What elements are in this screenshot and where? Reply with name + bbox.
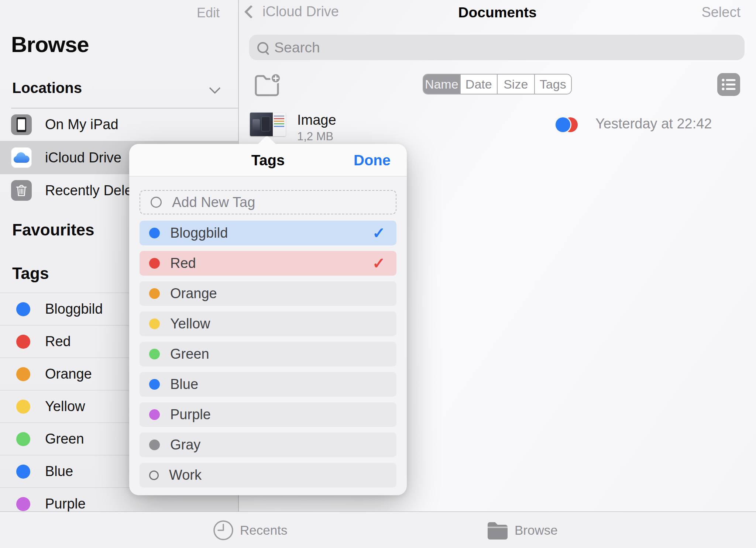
tag-label: Green: [45, 431, 84, 447]
tag-label: Yellow: [170, 316, 210, 332]
tag-label: Orange: [45, 366, 92, 382]
popover-tag-work[interactable]: Work: [140, 463, 396, 487]
tag-label: Gray: [170, 437, 200, 453]
tag-label: Purple: [170, 407, 211, 423]
checkmark-icon: ✓: [372, 254, 385, 272]
search-input[interactable]: [274, 39, 717, 56]
tag-label: Bloggbild: [170, 225, 228, 241]
tab-label: Recents: [240, 523, 287, 538]
file-row-image[interactable]: Image 1,2 MB Yesterday at 22:42: [239, 109, 756, 142]
tag-label: Blue: [45, 463, 73, 479]
tag-color-dot: [16, 465, 30, 479]
tags-section-header[interactable]: Tags: [12, 264, 49, 283]
locations-section-header[interactable]: Locations: [12, 80, 82, 96]
sort-by-size-button[interactable]: Size: [497, 75, 534, 94]
tab-recents[interactable]: Recents: [213, 512, 287, 548]
popover-tag-purple[interactable]: Purple: [140, 402, 396, 427]
tag-label: Orange: [170, 286, 217, 301]
tag-color-dot: [149, 318, 160, 329]
tags-popover: Tags Done Add New Tag Bloggbild ✓ Red ✓ …: [129, 144, 407, 495]
popover-tag-bloggbild[interactable]: Bloggbild ✓: [140, 221, 396, 245]
ipad-icon: [11, 114, 32, 135]
empty-circle-icon: [151, 197, 162, 208]
select-button[interactable]: Select: [701, 4, 740, 20]
popover-tag-red[interactable]: Red ✓: [140, 251, 396, 276]
empty-circle-icon: [149, 471, 159, 480]
file-name: Image: [297, 112, 336, 128]
icloud-icon: [11, 147, 32, 168]
search-icon: [257, 42, 268, 53]
tag-color-dot: [149, 379, 160, 390]
sort-by-date-button[interactable]: Date: [460, 75, 497, 94]
tag-label: Work: [169, 467, 202, 483]
popover-tag-gray[interactable]: Gray: [140, 432, 396, 457]
tag-color-dot: [16, 497, 30, 511]
checkmark-icon: ✓: [372, 224, 385, 242]
toolbar: Name Date Size Tags: [239, 70, 756, 100]
files-app-window: Edit Browse Locations On My iPad iC: [0, 0, 756, 548]
tag-color-dot: [16, 302, 30, 316]
popover-header: Tags Done: [129, 144, 407, 176]
sidebar-item-label: On My iPad: [45, 117, 118, 132]
done-button[interactable]: Done: [354, 152, 391, 169]
chevron-down-icon[interactable]: [209, 82, 220, 94]
navigation-bar: iCloud Drive Documents Select: [239, 0, 756, 24]
tag-label: Purple: [45, 496, 86, 512]
sort-segmented-control: Name Date Size Tags: [423, 74, 572, 94]
new-folder-button[interactable]: [254, 73, 283, 97]
bottom-tab-bar: Recents Browse: [0, 511, 756, 548]
file-size: 1,2 MB: [297, 130, 333, 143]
tag-label: Red: [45, 334, 71, 349]
file-modified-date: Yesterday at 22:42: [595, 116, 712, 132]
tag-color-dot: [149, 440, 160, 450]
sidebar-title: Browse: [11, 32, 89, 57]
list-view-button[interactable]: [717, 73, 740, 98]
tag-color-dot: [149, 349, 160, 359]
edit-button[interactable]: Edit: [197, 5, 220, 21]
tag-color-dot: [149, 258, 160, 269]
tag-label: Yellow: [45, 399, 85, 414]
tag-color-dot: [16, 335, 30, 349]
add-new-tag-label: Add New Tag: [172, 194, 255, 210]
popover-tag-orange[interactable]: Orange: [140, 281, 396, 306]
file-thumbnail[interactable]: [250, 113, 286, 136]
sidebar-item-label: iCloud Drive: [45, 150, 121, 166]
popover-tag-green[interactable]: Green: [140, 342, 396, 366]
page-title: Documents: [239, 4, 756, 21]
tag-color-dot: [149, 228, 160, 238]
sidebar-item-on-my-ipad[interactable]: On My iPad: [0, 108, 238, 141]
tag-label: Green: [170, 346, 209, 362]
sort-by-tags-button[interactable]: Tags: [534, 75, 571, 94]
tag-dot-blue: [556, 117, 570, 132]
tag-label: Bloggbild: [45, 301, 103, 317]
tag-label: Red: [170, 255, 196, 271]
tab-browse[interactable]: Browse: [487, 512, 558, 548]
trash-icon: [11, 180, 32, 201]
tag-color-dot: [16, 432, 30, 446]
add-new-tag-button[interactable]: Add New Tag: [140, 190, 396, 214]
tag-color-dot: [149, 288, 160, 299]
file-tag-indicator: [556, 117, 581, 135]
tag-color-dot: [16, 400, 30, 414]
popover-body: Add New Tag Bloggbild ✓ Red ✓ Orange Yel…: [129, 176, 407, 487]
tab-label: Browse: [515, 523, 558, 538]
clock-icon: [213, 520, 234, 541]
tag-label: Blue: [170, 376, 198, 392]
sort-by-name-button[interactable]: Name: [423, 75, 460, 94]
folder-icon: [487, 521, 509, 540]
popover-tag-yellow[interactable]: Yellow: [140, 311, 396, 336]
tag-color-dot: [149, 409, 160, 420]
popover-tag-blue[interactable]: Blue: [140, 372, 396, 397]
tag-color-dot: [16, 367, 30, 381]
search-bar[interactable]: [249, 35, 745, 60]
favourites-section-header[interactable]: Favourites: [12, 221, 94, 239]
